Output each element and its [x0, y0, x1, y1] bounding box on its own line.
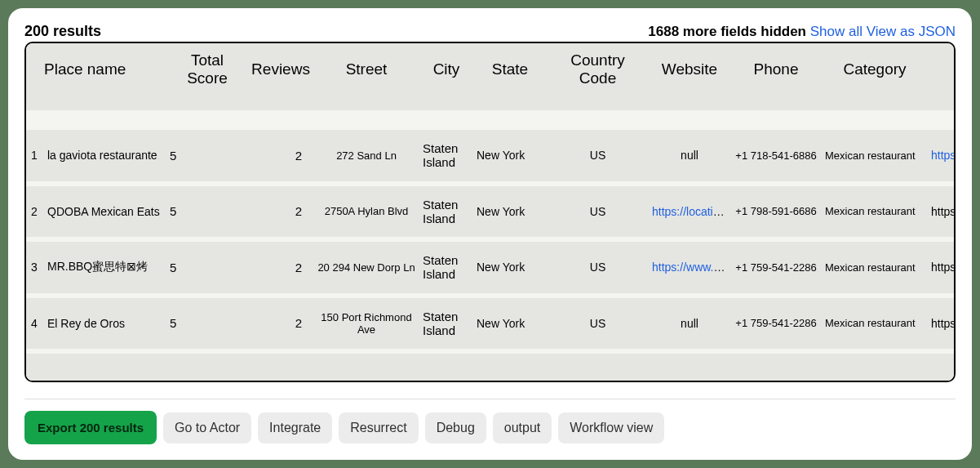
- table-spacer: [26, 351, 956, 381]
- cell-index: 2: [26, 184, 44, 240]
- cell-city: Staten Island: [419, 239, 473, 296]
- cell-street: 272 Sand Ln: [313, 120, 419, 184]
- cell-place-name: la gaviota restaurante: [44, 120, 166, 184]
- go-to-actor-button[interactable]: Go to Actor: [163, 412, 251, 443]
- cell-total-score: 5: [166, 296, 248, 352]
- cell-phone: +1 718-541-6886: [730, 120, 822, 184]
- integrate-button[interactable]: Integrate: [258, 412, 332, 443]
- col-category[interactable]: Category: [822, 43, 928, 120]
- cell-reviews: 2: [248, 184, 313, 240]
- cell-website: https://www.mrb..: [649, 239, 730, 296]
- col-phone[interactable]: Phone: [730, 43, 822, 120]
- cell-place-name: MR.BBQ蜜思特⊠烤: [44, 239, 166, 296]
- cell-state: New York: [473, 120, 547, 184]
- cell-index: 3: [26, 239, 44, 296]
- results-panel: 200 results 1688 more fields hidden Show…: [8, 8, 972, 460]
- workflow-view-button[interactable]: Workflow view: [558, 412, 664, 443]
- cell-phone: +1 798-591-6686: [730, 184, 822, 240]
- results-count: 200 results: [24, 23, 101, 40]
- export-results-button[interactable]: Export 200 results: [24, 411, 157, 444]
- col-country-code[interactable]: Country Code: [547, 43, 649, 120]
- cell-website-null: null: [681, 149, 698, 162]
- cell-website-link[interactable]: https://location..: [652, 205, 730, 218]
- hidden-fields-text: 1688 more fields hidden: [648, 24, 809, 39]
- cell-country-code: US: [547, 184, 649, 240]
- cell-state: New York: [473, 239, 547, 296]
- cell-street: 150 Port Richmond Ave: [313, 296, 419, 352]
- cell-category: Mexican restaurant: [822, 239, 928, 296]
- cell-total-score: 5: [166, 120, 248, 184]
- cell-reviews: 2: [248, 296, 313, 352]
- cell-state: New York: [473, 296, 547, 352]
- cell-street: 2750A Hylan Blvd: [313, 184, 419, 240]
- cell-phone: +1 759-541-2286: [730, 239, 822, 296]
- footer-actions: Export 200 results Go to Actor Integrate…: [24, 399, 956, 444]
- show-all-link[interactable]: Show all: [810, 24, 862, 39]
- cell-category: Mexican restaurant: [822, 120, 928, 184]
- col-website[interactable]: Website: [649, 43, 730, 120]
- cell-url: https://www.g....: [928, 296, 956, 352]
- cell-country-code: US: [547, 120, 649, 184]
- cell-total-score: 5: [166, 184, 248, 240]
- cell-category: Mexican restaurant: [822, 184, 928, 240]
- col-place-name[interactable]: Place name: [44, 43, 166, 120]
- cell-city: Staten Island: [419, 296, 473, 352]
- cell-url: https://www.g...: [928, 239, 956, 296]
- cell-place-name: El Rey de Oros: [44, 296, 166, 352]
- cell-index: 1: [26, 120, 44, 184]
- cell-phone: +1 759-541-2286: [730, 296, 822, 352]
- col-index: [26, 43, 44, 120]
- cell-website: null: [649, 120, 730, 184]
- table-header-row: Place name Total Score Reviews Street Ci…: [26, 43, 956, 120]
- results-table-wrap: Place name Total Score Reviews Street Ci…: [24, 42, 956, 382]
- resurrect-button[interactable]: Resurrect: [339, 412, 418, 443]
- cell-website: null: [649, 296, 730, 352]
- cell-website: https://location..: [649, 184, 730, 240]
- cell-url: https://www.g....: [928, 184, 956, 240]
- cell-website-null: null: [681, 317, 698, 330]
- cell-url: https://www.g......: [928, 120, 956, 184]
- cell-street: 20 294 New Dorp Ln: [313, 239, 419, 296]
- cell-website-link[interactable]: https://www.mrb..: [652, 261, 730, 274]
- cell-country-code: US: [547, 296, 649, 352]
- cell-city: Staten Island: [419, 184, 473, 240]
- hidden-fields-info: 1688 more fields hidden Show all View as…: [648, 24, 956, 40]
- col-state[interactable]: State: [473, 43, 547, 120]
- cell-url-link[interactable]: https://www.g......: [931, 149, 956, 162]
- results-table: Place name Total Score Reviews Street Ci…: [26, 43, 956, 381]
- col-total-score[interactable]: Total Score: [166, 43, 248, 120]
- debug-button[interactable]: Debug: [425, 412, 486, 443]
- cell-state: New York: [473, 184, 547, 240]
- topbar: 200 results 1688 more fields hidden Show…: [24, 23, 956, 40]
- table-row[interactable]: 2QDOBA Mexican Eats522750A Hylan BlvdSta…: [26, 184, 956, 240]
- view-as-json-link[interactable]: View as JSON: [867, 24, 956, 39]
- col-street[interactable]: Street: [313, 43, 419, 120]
- cell-total-score: 5: [166, 239, 248, 296]
- cell-place-name: QDOBA Mexican Eats: [44, 184, 166, 240]
- output-button[interactable]: output: [493, 412, 552, 443]
- cell-country-code: US: [547, 239, 649, 296]
- col-city[interactable]: City: [419, 43, 473, 120]
- table-row[interactable]: 1la gaviota restaurante52272 Sand LnStat…: [26, 120, 956, 184]
- table-row[interactable]: 3MR.BBQ蜜思特⊠烤5220 294 New Dorp LnStaten I…: [26, 239, 956, 296]
- col-url[interactable]: URL: [928, 43, 956, 120]
- cell-reviews: 2: [248, 120, 313, 184]
- cell-index: 4: [26, 296, 44, 352]
- table-row[interactable]: 4El Rey de Oros52150 Port Richmond AveSt…: [26, 296, 956, 352]
- cell-city: Staten Island: [419, 120, 473, 184]
- col-reviews[interactable]: Reviews: [248, 43, 313, 120]
- cell-reviews: 2: [248, 239, 313, 296]
- cell-category: Mexican restaurant: [822, 296, 928, 352]
